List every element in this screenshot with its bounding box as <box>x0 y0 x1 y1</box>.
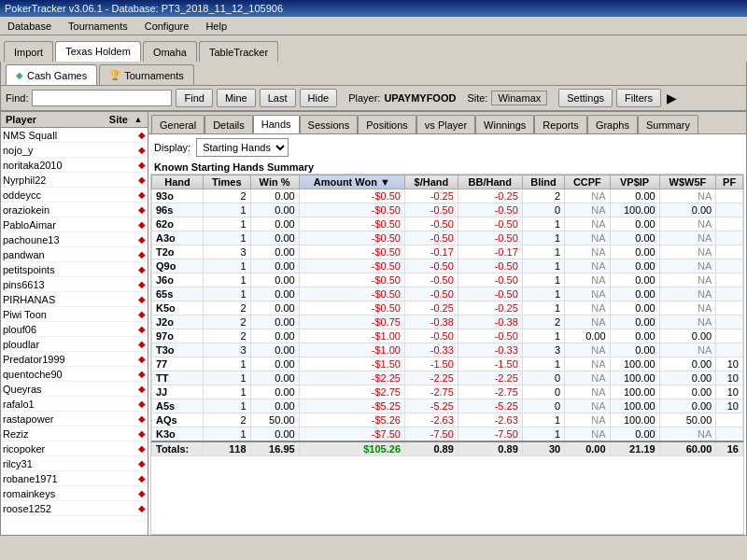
display-select[interactable]: Starting Hands All Hands <box>196 138 289 157</box>
player-row[interactable]: rafalo1◆ <box>1 397 148 412</box>
col-header-w$w5f[interactable]: W$W5F <box>659 175 716 189</box>
table-row[interactable]: 93o20.00-$0.50-0.25-0.252NA0.00NA <box>152 189 743 203</box>
player-row[interactable]: plouf06◆ <box>1 322 148 337</box>
player-row[interactable]: petitspoints◆ <box>1 262 148 277</box>
player-row[interactable]: ricopoker◆ <box>1 441 148 456</box>
player-row[interactable]: Nyrphil22◆ <box>1 173 148 188</box>
inner-tab-general[interactable]: General <box>151 115 204 133</box>
col-header-bb/hand[interactable]: BB/Hand <box>458 175 522 189</box>
col-header-pf[interactable]: PF <box>716 175 743 189</box>
player-row[interactable]: pachoune13◆ <box>1 232 148 247</box>
tab-import[interactable]: Import <box>4 41 53 62</box>
player-row[interactable]: quentoche90◆ <box>1 367 148 382</box>
menu-bar: Database Tournaments Configure Help <box>0 17 747 35</box>
search-input[interactable] <box>32 90 172 106</box>
cell-pf <box>716 217 743 231</box>
cell-$/hand: -2.25 <box>405 371 458 385</box>
player-row[interactable]: Piwi Toon◆ <box>1 307 148 322</box>
cell-win%: 0.00 <box>250 287 299 301</box>
menu-configure[interactable]: Configure <box>141 21 193 32</box>
inner-tab-reports[interactable]: Reports <box>534 115 587 133</box>
site-icon-23: ◆ <box>138 473 146 483</box>
game-tab-tournaments[interactable]: 🏆 Tournaments <box>99 64 194 85</box>
table-row[interactable]: 96s10.00-$0.50-0.50-0.500NA100.000.00 <box>152 203 743 217</box>
player-row[interactable]: pins6613◆ <box>1 277 148 292</box>
player-row[interactable]: pandwan◆ <box>1 247 148 262</box>
tab-texas-holdem[interactable]: Texas Holdem <box>55 41 141 62</box>
inner-tab-summary[interactable]: Summary <box>638 115 698 133</box>
col-header-blind[interactable]: Blind <box>522 175 564 189</box>
last-button[interactable]: Last <box>260 89 296 107</box>
col-header-ccpf[interactable]: CCPF <box>565 175 610 189</box>
player-row[interactable]: NMS Squall◆ <box>1 128 148 143</box>
inner-tab-sessions[interactable]: Sessions <box>300 115 359 133</box>
player-row[interactable]: noritaka2010◆ <box>1 158 148 173</box>
filters-expand-icon[interactable]: ▶ <box>667 91 677 105</box>
filters-button[interactable]: Filters <box>616 89 661 107</box>
player-row[interactable]: roose1252◆ <box>1 501 148 516</box>
data-table-wrapper[interactable]: HandTimesWin %Amount Won ▼$/HandBB/HandB… <box>150 174 744 535</box>
game-tab-cash[interactable]: ◆ Cash Games <box>6 64 97 85</box>
col-header-times[interactable]: Times <box>204 175 250 189</box>
table-row[interactable]: A5s10.00-$5.25-5.25-5.250NA100.000.0010 <box>152 399 743 413</box>
table-row[interactable]: T2o30.00-$0.50-0.17-0.171NA0.00NA <box>152 245 743 259</box>
inner-tab-positions[interactable]: Positions <box>358 115 416 133</box>
cell-ccpf: NA <box>565 189 610 203</box>
menu-help[interactable]: Help <box>202 21 231 32</box>
find-button[interactable]: Find <box>176 89 212 107</box>
site-icon-25: ◆ <box>138 503 146 513</box>
table-row[interactable]: JJ10.00-$2.75-2.75-2.750NA100.000.0010 <box>152 385 743 399</box>
table-row[interactable]: K3o10.00-$7.50-7.50-7.501NA0.00NA <box>152 427 743 442</box>
table-row[interactable]: K5o20.00-$0.50-0.25-0.251NA0.00NA <box>152 301 743 315</box>
player-row[interactable]: nojo_y◆ <box>1 143 148 158</box>
inner-tab-vs-player[interactable]: vs Player <box>416 115 475 133</box>
player-row[interactable]: oraziokein◆ <box>1 203 148 217</box>
cell-blind: 1 <box>522 287 564 301</box>
player-row[interactable]: Reziz◆ <box>1 427 148 441</box>
player-row[interactable]: ploudlar◆ <box>1 337 148 352</box>
col-header-$/hand[interactable]: $/Hand <box>405 175 458 189</box>
cell-times: 1 <box>204 399 250 413</box>
inner-tab-details[interactable]: Details <box>204 115 253 133</box>
scroll-up-icon[interactable]: ▲ <box>131 113 146 126</box>
col-header-vp$ip[interactable]: VP$IP <box>610 175 659 189</box>
totals-cell-8: 21.19 <box>610 441 659 456</box>
cell-times: 3 <box>204 343 250 357</box>
player-row[interactable]: Queyras◆ <box>1 382 148 397</box>
col-header-win%[interactable]: Win % <box>250 175 299 189</box>
table-row[interactable]: 97o20.00-$1.00-0.50-0.5010.000.000.00 <box>152 329 743 343</box>
inner-tab-hands[interactable]: Hands <box>253 115 300 133</box>
table-row[interactable]: AQs250.00-$5.26-2.63-2.631NA100.0050.00 <box>152 413 743 427</box>
table-row[interactable]: TT10.00-$2.25-2.25-2.250NA100.000.0010 <box>152 371 743 385</box>
col-header-amountwon[interactable]: Amount Won ▼ <box>299 175 404 189</box>
settings-button[interactable]: Settings <box>558 89 613 107</box>
tab-table-tracker[interactable]: TableTracker <box>199 41 278 62</box>
hide-button[interactable]: Hide <box>300 89 338 107</box>
player-row[interactable]: Predator1999◆ <box>1 352 148 367</box>
player-row[interactable]: PIRHANAS◆ <box>1 292 148 307</box>
tab-omaha[interactable]: Omaha <box>143 41 197 62</box>
player-row[interactable]: rilcy31◆ <box>1 456 148 471</box>
menu-database[interactable]: Database <box>4 21 55 32</box>
mine-button[interactable]: Mine <box>217 89 256 107</box>
cell-win%: 0.00 <box>250 385 299 399</box>
inner-tab-winnings[interactable]: Winnings <box>475 115 534 133</box>
player-row[interactable]: romainkeys◆ <box>1 486 148 501</box>
table-row[interactable]: J6o10.00-$0.50-0.50-0.501NA0.00NA <box>152 273 743 287</box>
inner-tab-graphs[interactable]: Graphs <box>587 115 638 133</box>
cell-times: 1 <box>204 203 250 217</box>
table-row[interactable]: 65s10.00-$0.50-0.50-0.501NA0.00NA <box>152 287 743 301</box>
table-row[interactable]: 62o10.00-$0.50-0.50-0.501NA0.00NA <box>152 217 743 231</box>
table-row[interactable]: J2o20.00-$0.75-0.38-0.382NA0.00NA <box>152 315 743 329</box>
table-row[interactable]: T3o30.00-$1.00-0.33-0.333NA0.00NA <box>152 343 743 357</box>
table-row[interactable]: Q9o10.00-$0.50-0.50-0.501NA0.00NA <box>152 259 743 273</box>
player-row[interactable]: rastapower◆ <box>1 412 148 427</box>
table-row[interactable]: A3o10.00-$0.50-0.50-0.501NA0.00NA <box>152 231 743 245</box>
cell-win%: 0.00 <box>250 217 299 231</box>
player-row[interactable]: PabloAimar◆ <box>1 217 148 232</box>
player-row[interactable]: robane1971◆ <box>1 471 148 486</box>
menu-tournaments[interactable]: Tournaments <box>64 21 132 32</box>
table-row[interactable]: 7710.00-$1.50-1.50-1.501NA100.000.0010 <box>152 357 743 371</box>
col-header-hand[interactable]: Hand <box>152 175 204 189</box>
player-row[interactable]: oddeycc◆ <box>1 188 148 203</box>
